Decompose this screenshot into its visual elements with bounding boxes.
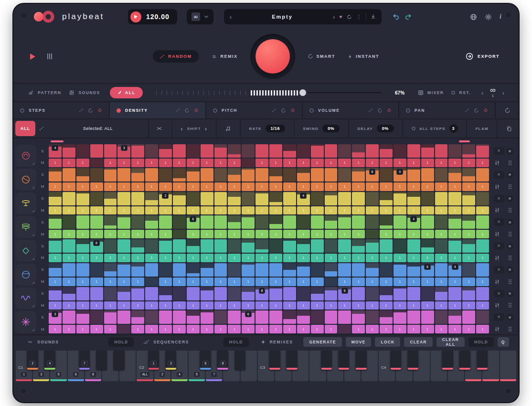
step-cell[interactable]: 1 [228,159,241,167]
density-step-cell[interactable] [131,239,144,253]
step-cell[interactable]: 1 [448,254,461,262]
step-cell[interactable]: 1 [325,230,338,238]
step-cell[interactable]: 1 [297,278,310,286]
piano-black-key[interactable] [287,351,297,370]
density-step-cell[interactable] [145,168,158,182]
step-cell[interactable]: 1 [394,278,406,286]
density-step-cell[interactable] [201,310,213,324]
density-step-cell[interactable] [201,215,213,229]
density-step-cell[interactable] [421,215,434,229]
step-cell[interactable]: 1 [255,182,268,191]
step-cell[interactable]: 1 [187,254,200,262]
lock-button[interactable]: LOCK [375,337,400,347]
density-step-cell[interactable] [311,287,324,300]
density-step-cell[interactable]: 2 [159,192,172,205]
density-step-cell[interactable] [297,239,310,253]
step-cell[interactable]: 1 [352,254,365,262]
step-cell[interactable]: 1 [311,159,324,167]
step-cell[interactable]: 1 [49,254,62,262]
notes-icon[interactable] [225,126,231,132]
generate-button[interactable]: GENERATE [303,337,341,347]
density-step-cell[interactable] [476,168,489,182]
remix-button[interactable]: REMIX [211,54,238,59]
density-step-cell[interactable] [131,215,144,229]
ai-dropdown[interactable]: AI [187,9,213,24]
clear-all-button[interactable]: CLEAR ALL [436,337,465,347]
step-cell[interactable]: 1 [283,301,296,310]
step-cell[interactable]: 1 [448,206,461,215]
density-step-cell[interactable] [366,215,379,229]
move-button[interactable]: MOVE [346,337,372,347]
step-cell[interactable]: 1 [325,159,338,167]
density-step-cell[interactable] [90,168,103,182]
sounds-hold-button[interactable]: HOLD [108,337,134,347]
step-cell[interactable]: 1 [255,230,268,238]
step-cell[interactable]: 1 [255,301,268,310]
density-step-cell[interactable] [131,263,144,277]
step-cell[interactable]: 1 [104,325,117,333]
density-step-cell[interactable] [131,144,144,158]
density-step-cell[interactable] [173,310,186,324]
step-cell[interactable]: 1 [145,206,158,215]
piano-roll-icon[interactable] [46,53,54,60]
density-step-cell[interactable] [214,287,227,300]
step-cell[interactable]: 1 [476,206,489,215]
density-step-cell[interactable] [49,215,62,229]
density-step-cell[interactable] [338,239,351,253]
density-step-cell[interactable] [255,192,268,205]
track-mute-dot-button[interactable] [507,219,513,225]
step-cell[interactable]: 1 [214,301,227,310]
track-dotgrid-button[interactable] [505,254,515,262]
step-cell[interactable]: 1 [311,206,324,215]
density-step-cell[interactable] [297,215,310,229]
density-step-cell[interactable] [407,310,420,324]
step-cell[interactable]: 1 [421,182,434,191]
density-step-cell[interactable] [366,263,379,277]
density-step-cell[interactable] [352,215,365,229]
step-cell[interactable]: 1 [145,230,158,238]
density-step-cell[interactable] [76,310,89,324]
step-cell[interactable]: 1 [407,254,420,262]
step-cell[interactable]: 1 [297,325,310,333]
favorite-icon[interactable]: ♥ [339,14,342,20]
step-cell[interactable]: 1 [159,206,172,215]
step-cell[interactable]: 1 [338,230,351,238]
density-step-cell[interactable] [90,215,103,229]
step-cell[interactable]: 1 [269,301,282,310]
step-cell[interactable]: 1 [145,254,158,262]
density-step-cell[interactable] [352,192,365,205]
track-mute-dot-button[interactable] [507,290,513,297]
step-cell[interactable]: 1 [448,159,461,167]
density-step-cell[interactable] [145,144,158,158]
track-mute-dot-button[interactable] [507,171,513,178]
density-step-cell[interactable] [407,263,420,277]
step-cell[interactable]: 1 [448,230,461,238]
density-step-cell[interactable] [187,168,200,182]
step-cell[interactable]: 1 [435,230,448,238]
step-cell[interactable]: 1 [63,325,75,333]
track-sliders-button[interactable] [492,159,502,167]
density-step-cell[interactable] [366,310,379,324]
swing-value[interactable]: 0% [322,125,340,132]
step-cell[interactable]: 1 [242,325,255,333]
density-step-cell[interactable]: 6 [242,310,255,324]
step-cell[interactable]: 1 [131,325,144,333]
density-step-cell[interactable] [131,287,144,300]
step-cell[interactable]: 1 [90,325,103,333]
step-cell[interactable]: 1 [104,254,117,262]
density-step-cell[interactable] [242,263,255,277]
track-icon-tom[interactable] [15,264,36,286]
density-step-cell[interactable] [255,263,268,277]
density-step-cell[interactable] [255,239,268,253]
density-step-cell[interactable] [214,310,227,324]
step-cell[interactable]: 1 [117,278,130,286]
step-cell[interactable]: 1 [49,206,62,215]
step-cell[interactable]: 1 [228,301,241,310]
density-step-cell[interactable] [407,239,420,253]
density-step-cell[interactable] [407,192,420,205]
download-icon[interactable] [371,14,376,20]
density-step-cell[interactable] [338,215,351,229]
step-cell[interactable]: 1 [394,206,406,215]
density-step-cell[interactable] [421,168,434,182]
power-icon[interactable] [194,108,199,113]
